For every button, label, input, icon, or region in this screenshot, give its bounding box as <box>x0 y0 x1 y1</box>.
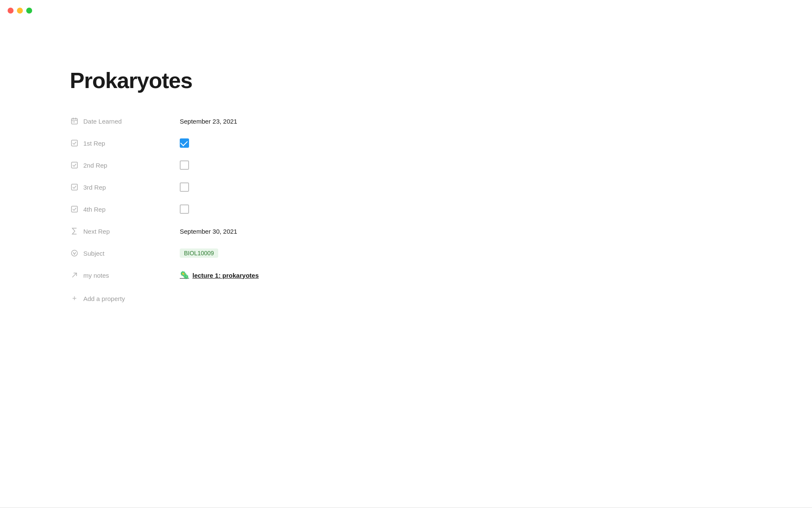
add-property-label[interactable]: Add a property <box>83 295 125 302</box>
property-row-my-notes: my notes 🦠 lecture 1: prokaryotes <box>70 264 381 286</box>
property-label-second-rep: 2nd Rep <box>70 160 180 170</box>
first-rep-value[interactable] <box>180 138 189 148</box>
second-rep-value[interactable] <box>180 160 189 170</box>
property-row-second-rep: 2nd Rep <box>70 154 381 176</box>
property-row-fourth-rep: 4th Rep <box>70 198 381 220</box>
date-learned-label: Date Learned <box>83 118 122 125</box>
property-label-my-notes: my notes <box>70 271 180 280</box>
property-label-next-rep: Next Rep <box>70 226 180 236</box>
add-property-icon: + <box>70 294 79 303</box>
first-rep-label: 1st Rep <box>83 140 105 147</box>
svg-rect-5 <box>74 121 75 122</box>
property-row-next-rep: Next Rep September 30, 2021 <box>70 220 381 242</box>
svg-line-11 <box>72 273 77 277</box>
close-button[interactable] <box>8 8 14 14</box>
my-notes-value[interactable]: 🦠 lecture 1: prokaryotes <box>180 271 259 280</box>
notes-link[interactable]: 🦠 lecture 1: prokaryotes <box>180 271 259 280</box>
fourth-rep-label: 4th Rep <box>83 206 106 213</box>
subject-value[interactable]: BIOL10009 <box>180 248 218 258</box>
maximize-button[interactable] <box>26 8 32 14</box>
subject-badge[interactable]: BIOL10009 <box>180 248 218 258</box>
checkbox-prop-icon-2 <box>70 160 79 170</box>
date-learned-value: September 23, 2021 <box>180 118 237 125</box>
checkbox-prop-icon-3 <box>70 182 79 192</box>
notes-emoji: 🦠 <box>180 271 189 280</box>
svg-rect-6 <box>71 140 77 146</box>
main-content: Prokaryotes Date Learned September 23, <box>0 0 381 333</box>
calendar-icon <box>70 116 79 126</box>
tag-icon <box>70 248 79 258</box>
svg-rect-8 <box>71 184 77 190</box>
traffic-lights <box>8 8 32 14</box>
third-rep-value[interactable] <box>180 182 189 192</box>
next-rep-value: September 30, 2021 <box>180 228 237 235</box>
svg-rect-0 <box>71 119 77 124</box>
next-rep-label: Next Rep <box>83 228 110 235</box>
add-property-row[interactable]: + Add a property <box>70 290 381 307</box>
property-row-first-rep: 1st Rep <box>70 132 381 154</box>
property-row-third-rep: 3rd Rep <box>70 176 381 198</box>
property-label-subject: Subject <box>70 248 180 258</box>
third-rep-checkbox[interactable] <box>180 182 189 192</box>
notes-link-text[interactable]: lecture 1: prokaryotes <box>192 272 259 279</box>
checkbox-prop-icon-1 <box>70 138 79 148</box>
property-label-date-learned: Date Learned <box>70 116 180 126</box>
checkbox-prop-icon-4 <box>70 204 79 214</box>
second-rep-checkbox[interactable] <box>180 160 189 170</box>
svg-rect-7 <box>71 162 77 168</box>
svg-rect-4 <box>73 121 74 122</box>
subject-label: Subject <box>83 250 104 257</box>
property-label-fourth-rep: 4th Rep <box>70 204 180 214</box>
third-rep-label: 3rd Rep <box>83 184 106 191</box>
svg-rect-9 <box>71 206 77 212</box>
property-row-subject: Subject BIOL10009 <box>70 242 381 264</box>
my-notes-label: my notes <box>83 272 109 279</box>
property-label-third-rep: 3rd Rep <box>70 182 180 192</box>
page-title: Prokaryotes <box>70 68 381 93</box>
svg-point-10 <box>71 250 77 256</box>
minimize-button[interactable] <box>17 8 23 14</box>
fourth-rep-value[interactable] <box>180 204 189 214</box>
property-row-date-learned: Date Learned September 23, 2021 <box>70 110 381 132</box>
sigma-icon <box>70 226 79 236</box>
second-rep-label: 2nd Rep <box>83 162 107 169</box>
fourth-rep-checkbox[interactable] <box>180 204 189 214</box>
first-rep-checkbox[interactable] <box>180 138 189 148</box>
property-label-first-rep: 1st Rep <box>70 138 180 148</box>
arrow-up-right-icon <box>70 271 79 280</box>
properties-list: Date Learned September 23, 2021 1st Rep <box>70 110 381 307</box>
